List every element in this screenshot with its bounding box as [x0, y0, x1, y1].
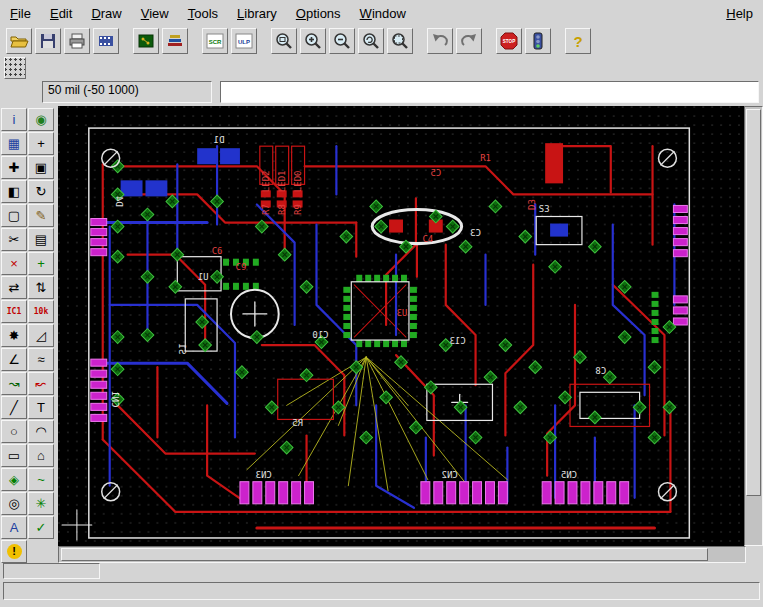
mark-icon: +: [37, 137, 45, 150]
add-icon: +: [37, 257, 45, 270]
tool-show-button[interactable]: ◉: [28, 108, 54, 131]
tool-replace-button[interactable]: ⇅: [28, 276, 54, 299]
pcb-label-cn5: CN5: [561, 470, 577, 480]
go-button[interactable]: [525, 28, 551, 54]
tool-mark-button[interactable]: +: [28, 132, 54, 155]
pcb-label-c6: C6: [212, 246, 223, 256]
tool-route-button[interactable]: ↝: [1, 372, 27, 395]
tool-copy-button[interactable]: ▣: [28, 156, 54, 179]
menu-file[interactable]: File: [10, 6, 31, 21]
miter-icon: ◿: [36, 329, 46, 342]
traffic-light-icon: [528, 31, 548, 51]
tool-optimize-button[interactable]: ≈: [28, 348, 54, 371]
tool-group-button[interactable]: ▢: [1, 204, 27, 227]
tool-auto-button[interactable]: A: [1, 516, 27, 539]
arc-icon: ◠: [35, 425, 46, 438]
save-button[interactable]: [35, 28, 61, 54]
tool-ratsnest-button[interactable]: ✳: [28, 492, 54, 515]
pcb-label-c9: C9: [236, 262, 247, 272]
tool-paste-button[interactable]: ▤: [28, 228, 54, 251]
signal-icon: ~: [37, 473, 45, 486]
tool-info-button[interactable]: i: [1, 108, 27, 131]
menu-window[interactable]: Window: [360, 6, 406, 21]
zoom-fit-icon: [274, 31, 294, 51]
open-button[interactable]: [6, 28, 32, 54]
tool-miter-button[interactable]: ◿: [28, 324, 54, 347]
group-icon: ▢: [8, 209, 20, 222]
pcb-label-led1: LED1: [277, 170, 287, 192]
wire-icon: ╱: [10, 401, 18, 414]
run-script-button[interactable]: SCR: [202, 28, 228, 54]
grid-settings-button[interactable]: [4, 57, 26, 79]
tool-text-button[interactable]: T: [28, 396, 54, 419]
move-icon: ✚: [9, 161, 20, 174]
replace-icon: ⇅: [36, 281, 47, 294]
print-button[interactable]: [64, 28, 90, 54]
pcb-label-c4: C4: [422, 234, 433, 244]
pcb-label-c8: C8: [595, 366, 606, 376]
tool-hole-button[interactable]: ◎: [1, 492, 27, 515]
tool-smash-button[interactable]: ✸: [1, 324, 27, 347]
tool-change-button[interactable]: ✎: [28, 204, 54, 227]
tool-name-button[interactable]: IC1: [1, 300, 27, 323]
menu-draw[interactable]: Draw: [91, 6, 121, 21]
help-button[interactable]: ?: [565, 28, 591, 54]
cam-processor-button[interactable]: [93, 28, 119, 54]
tool-ripup-button[interactable]: ↜: [28, 372, 54, 395]
tool-signal-button[interactable]: ~: [28, 468, 54, 491]
pcb-label-r8: R8: [277, 204, 287, 215]
stop-button[interactable]: STOP: [496, 28, 522, 54]
tool-wire-button[interactable]: ╱: [1, 396, 27, 419]
zoom-out-button[interactable]: [329, 28, 355, 54]
tool-via-button[interactable]: ◈: [1, 468, 27, 491]
zoom-select-button[interactable]: [387, 28, 413, 54]
help-icon: ?: [568, 31, 588, 51]
svg-text:ULP: ULP: [238, 39, 250, 45]
tool-arc-button[interactable]: ◠: [28, 420, 54, 443]
tool-rect-button[interactable]: ▭: [1, 444, 27, 467]
tool-add-button[interactable]: +: [28, 252, 54, 275]
tool-rotate-button[interactable]: ↻: [28, 180, 54, 203]
zoom-in-button[interactable]: [300, 28, 326, 54]
redo-button[interactable]: [456, 28, 482, 54]
undo-button[interactable]: [427, 28, 453, 54]
printer-icon: [67, 31, 87, 51]
ratsnest-icon: ✳: [36, 497, 47, 510]
menu-tools[interactable]: Tools: [188, 6, 218, 21]
menu-help[interactable]: Help: [726, 6, 753, 21]
tool-drc-button[interactable]: ✓: [28, 516, 54, 539]
run-ulp-button[interactable]: ULP: [231, 28, 257, 54]
editor-switch-button[interactable]: [133, 28, 159, 54]
via-icon: ◈: [9, 473, 19, 486]
vertical-scrollbar-thumb[interactable]: [746, 109, 761, 496]
menu-view[interactable]: View: [141, 6, 169, 21]
menu-edit[interactable]: Edit: [50, 6, 72, 21]
zoom-fit-button[interactable]: [271, 28, 297, 54]
tool-split-button[interactable]: ∠: [1, 348, 27, 371]
tool-circle-button[interactable]: ○: [1, 420, 27, 443]
menu-library[interactable]: Library: [237, 6, 277, 21]
tool-move-button[interactable]: ✚: [1, 156, 27, 179]
errors-icon: !: [7, 544, 22, 559]
tool-mirror-button[interactable]: ◧: [1, 180, 27, 203]
zoom-redraw-button[interactable]: [358, 28, 384, 54]
tool-pinswap-button[interactable]: ⇄: [1, 276, 27, 299]
status-left-panel: [3, 563, 100, 579]
tool-cut-button[interactable]: ✂: [1, 228, 27, 251]
pcb-label-s1: S1: [177, 344, 187, 355]
delete-icon: ×: [10, 257, 18, 270]
tool-delete-button[interactable]: ×: [1, 252, 27, 275]
tool-polygon-button[interactable]: ⌂: [28, 444, 54, 467]
tool-value-button[interactable]: 10k: [28, 300, 54, 323]
menu-options[interactable]: Options: [296, 6, 341, 21]
books-icon: [165, 31, 185, 51]
tool-display-button[interactable]: ▦: [1, 132, 27, 155]
cut-icon: ✂: [9, 233, 20, 246]
copy-icon: ▣: [35, 161, 47, 174]
polygon-icon: ⌂: [37, 449, 45, 462]
svg-text:STOP: STOP: [503, 39, 515, 44]
pcb-canvas[interactable]: D1D4LED2LED1LED0R7R8R9C5R1D3S3C3C4C6C9U1…: [58, 106, 744, 546]
library-button[interactable]: [162, 28, 188, 54]
vertical-scrollbar[interactable]: [744, 106, 763, 546]
command-input[interactable]: [220, 81, 759, 103]
